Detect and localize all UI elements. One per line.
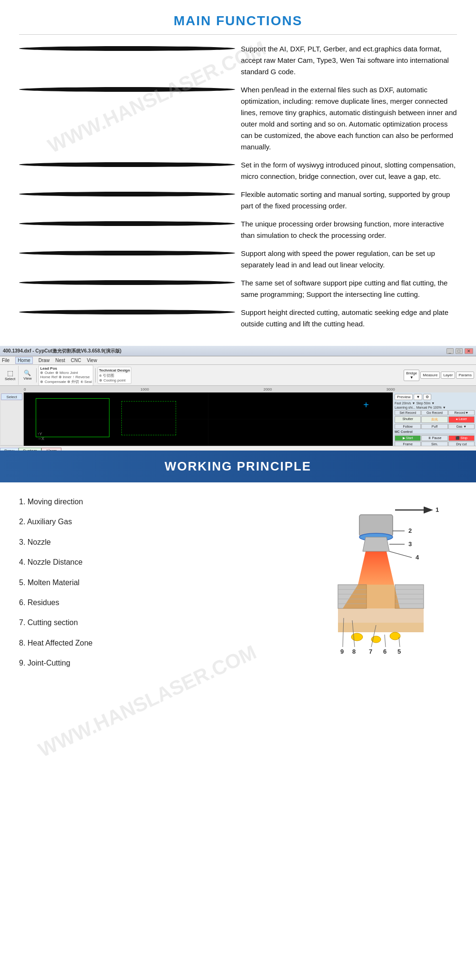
feature-text: Set in the form of wysiwyg introduced pi… (241, 159, 457, 182)
draw-tab[interactable]: Draw (0, 448, 19, 451)
puff-btn[interactable]: Puff (421, 424, 447, 429)
software-ui: 400.1394.dxf - CypCut激光切割系统V6.3.658.9(演示… (0, 346, 476, 451)
menu-draw[interactable]: Draw (39, 358, 50, 363)
settings-icon-btn[interactable]: ⚙ (423, 394, 431, 400)
stop-btn[interactable]: ⬛ Stop (448, 435, 475, 441)
menu-home[interactable]: Home (15, 357, 33, 364)
list-item: Support the AI, DXF, PLT, Gerber, and ec… (19, 43, 457, 78)
wp-item-7: 7. Cutting section (19, 617, 276, 628)
menu-view[interactable]: View (87, 358, 97, 363)
gas-btn[interactable]: Gas ▼ (448, 424, 475, 429)
main-functions-title: MAIN FUNCTIONS (19, 13, 457, 29)
left-sidebar: Select (0, 392, 24, 446)
right-toolbar: Bridge▼ Measure Layer Params (404, 370, 474, 381)
speed-label: Fast 20m/s ▼ Step 50m ▼ (395, 402, 475, 405)
close-btn[interactable]: ✕ (465, 348, 473, 354)
start-btn[interactable]: ▶ Start (395, 435, 421, 441)
select-sidebar-btn[interactable]: Select (1, 393, 22, 400)
working-principle-title: WORKING PRINCIPLE (165, 459, 311, 473)
list-item: Support along with speed the power regul… (19, 248, 457, 271)
params-btn[interactable]: Params (456, 372, 474, 379)
svg-text:9: 9 (340, 648, 344, 655)
select-tool[interactable]: ⬚ Select (2, 366, 19, 385)
list-item: The same set of software support pipe cu… (19, 277, 457, 300)
frame-btn[interactable]: Frame (395, 441, 421, 446)
bullet-icon (19, 162, 235, 167)
wp-item-2: 2. Auxiliary Gas (19, 517, 276, 527)
maximize-btn[interactable]: □ (456, 348, 463, 354)
bullet-icon (19, 221, 235, 226)
control-grid: Set Record Go Record Record▼ (395, 410, 475, 415)
feature-text: When pen/lead in the external files such… (241, 84, 457, 153)
working-principle-list: 1. Moving direction 2. Auxiliary Gas 3. … (19, 497, 276, 678)
main-functions-section: WWW.HANSLASER.COM MAIN FUNCTIONS Support… (0, 0, 476, 346)
feature-text: The same set of software support pipe cu… (241, 277, 457, 300)
view-tool[interactable]: 🔍 View (20, 366, 34, 385)
menu-file[interactable]: File (2, 358, 10, 363)
list-item: Set in the form of wysiwyg introduced pi… (19, 159, 457, 182)
minimize-btn[interactable]: _ (446, 348, 454, 354)
shutter-btn[interactable]: Shutter (395, 416, 421, 423)
svg-text:4: 4 (416, 554, 419, 561)
svg-marker-10 (363, 537, 389, 551)
feature-text: The unique processing order browsing fun… (241, 218, 457, 241)
feature-text: Flexible automatic sorting and manual so… (241, 189, 457, 212)
svg-text:5: 5 (397, 648, 401, 655)
bullet-icon (19, 251, 235, 255)
download-icon-btn[interactable]: ▼ (414, 394, 422, 400)
canvas-area: Select + ↑Y→X Prev (0, 392, 476, 446)
set-record-btn[interactable]: Set Record (395, 410, 421, 415)
alarm-tab[interactable]: Alarm (41, 448, 61, 451)
svg-text:7: 7 (369, 648, 372, 655)
svg-line-13 (389, 551, 412, 558)
feature-list: Support the AI, DXF, PLT, Gerber, and ec… (19, 43, 457, 330)
feature-text: Support along with speed the power regul… (241, 248, 457, 271)
frame-grid: Frame Sim. Dry cut (395, 441, 475, 446)
toolbar-divider2 (95, 368, 96, 382)
working-principle-content: WWW.HANSLASER.COM 1. Moving direction 2.… (0, 482, 476, 697)
bridge-btn[interactable]: Bridge▼ (404, 370, 419, 381)
system-tab[interactable]: System (19, 448, 41, 451)
svg-text:1: 1 (436, 506, 439, 513)
list-item: When pen/lead in the external files such… (19, 84, 457, 153)
follow-btn[interactable]: Follow (395, 424, 421, 429)
preview-btn[interactable]: Preview (395, 394, 413, 400)
mc-control-label: MC Control (395, 430, 475, 434)
select-label: Select (5, 377, 15, 381)
laser-on-btn[interactable]: ● Laser (448, 416, 475, 423)
title-divider (19, 34, 457, 35)
toolbar-divider (36, 368, 37, 382)
svg-point-28 (351, 633, 363, 641)
menu-nest[interactable]: Nest (55, 358, 65, 363)
software-title: 400.1394.dxf - CypCut激光切割系统V6.3.658.9(演示… (3, 348, 121, 354)
bullet-icon (19, 46, 235, 51)
working-principle-header: WORKING PRINCIPLE (0, 451, 476, 482)
wp-item-4: 4. Nozzle Distance (19, 557, 276, 568)
measure-btn[interactable]: Measure (420, 372, 440, 379)
technical-design-group: Technical Design ⊕ 引切图 ⊕ Cooling point (98, 367, 131, 384)
svg-point-30 (390, 632, 400, 640)
jiguang-btn[interactable]: 归光 (421, 416, 447, 423)
shutter-grid: Shutter 归光 ● Laser (395, 416, 475, 423)
bullet-icon (19, 87, 235, 92)
go-record-btn[interactable]: Go Record (421, 410, 447, 415)
canvas-grid (24, 392, 393, 446)
layer-btn[interactable]: Layer (441, 372, 455, 379)
pause-btn[interactable]: ⏸ Pause (421, 435, 447, 441)
svg-rect-16 (395, 585, 424, 608)
bullet-icon (19, 310, 235, 314)
software-titlebar: 400.1394.dxf - CypCut激光切割系统V6.3.658.9(演示… (0, 346, 476, 356)
record-btn[interactable]: Record▼ (448, 410, 475, 415)
view-label: View (23, 376, 31, 381)
left-ruler (1, 401, 22, 445)
start-grid: ▶ Start ⏸ Pause ⬛ Stop (395, 435, 475, 441)
preview-row: Preview ▼ ⚙ (395, 394, 475, 400)
svg-text:6: 6 (383, 648, 387, 655)
follow-grid: Follow Puff Gas ▼ (395, 424, 475, 429)
dry-cut-btn[interactable]: Dry cut (448, 441, 475, 446)
ruler-bar: 0 1000 2000 3000 (0, 386, 476, 392)
wp-item-3: 3. Nozzle (19, 537, 276, 548)
menu-cnc[interactable]: CNC (71, 358, 81, 363)
main-canvas[interactable]: + ↑Y→X (24, 392, 393, 446)
sim-btn[interactable]: Sim. (421, 441, 447, 446)
